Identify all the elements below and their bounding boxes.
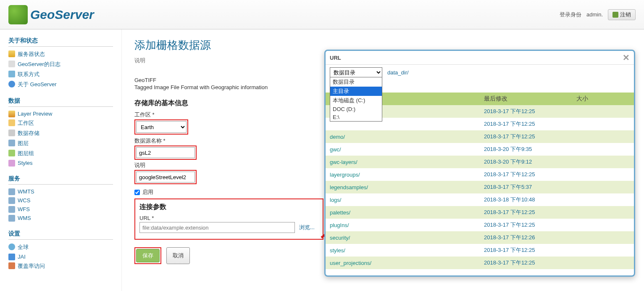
- table-row[interactable]: gwc/2018-3-20 下午9:35: [326, 143, 634, 156]
- sidebar-item-styles[interactable]: Styles: [8, 159, 113, 167]
- workspace-select[interactable]: Earth: [136, 121, 187, 133]
- dir-option-e[interactable]: E:\: [330, 113, 382, 121]
- table-row[interactable]: logs/2018-3-18 下午10:48: [326, 193, 634, 206]
- sidebar-item-workspaces[interactable]: 工作区: [8, 118, 113, 128]
- sidebar-item-wmts[interactable]: WMTS: [8, 187, 113, 196]
- file-date: 2018-3-17 下午12:25: [480, 105, 572, 118]
- sidebar-item-layer-preview[interactable]: Layer Preview: [8, 109, 113, 118]
- file-size: [572, 105, 634, 118]
- sidebar-item-server-status[interactable]: 服务器状态: [8, 49, 113, 59]
- table-row[interactable]: user_projections/2018-3-17 下午12:25: [326, 257, 634, 269]
- sidebar-item-about[interactable]: 关于 GeoServer: [8, 79, 113, 90]
- dir-option-c[interactable]: 本地磁盘 (C:): [330, 96, 382, 105]
- sidebar-item-stores[interactable]: 数据存储: [8, 128, 113, 138]
- file-link[interactable]: gwc/: [330, 146, 341, 153]
- file-date: 2018-3-17 下午12:25: [480, 130, 572, 143]
- logout-button[interactable]: 注销: [608, 9, 636, 20]
- file-link[interactable]: gwc-layers/: [330, 159, 357, 165]
- username: admin.: [586, 11, 603, 18]
- conn-section-title: 连接参数: [139, 203, 318, 212]
- datasource-highlight: [134, 146, 197, 160]
- table-row[interactable]: plugIns/2018-3-17 下午12:25: [326, 219, 634, 231]
- datasource-name-input[interactable]: [136, 147, 195, 158]
- login-label: 登录身份: [560, 11, 581, 19]
- file-date: 2018-3-18 下午10:48: [480, 193, 572, 206]
- info-icon: [8, 81, 15, 87]
- file-link[interactable]: palettes/: [330, 209, 350, 216]
- file-browser-dialog: URL ✕ 数据目录 数据目录 主目录 本地磁盘 (C:) DOC (D:) E…: [324, 50, 635, 277]
- file-link[interactable]: logs/: [330, 197, 341, 203]
- desc-input[interactable]: [136, 172, 195, 183]
- breadcrumb[interactable]: data_dir/: [387, 69, 409, 76]
- table-row[interactable]: gwc-layers/2018-3-20 下午9:12: [326, 156, 634, 168]
- sidebar-item-wms[interactable]: WMS: [8, 214, 113, 222]
- file-size: [572, 168, 634, 181]
- sidebar-item-layer-groups[interactable]: 图层组: [8, 148, 113, 159]
- desc-highlight: [134, 170, 197, 184]
- dir-option-data[interactable]: 数据目录: [330, 77, 382, 87]
- file-link[interactable]: styles/: [330, 247, 345, 254]
- file-date: 2018-3-17 下午12:25: [480, 206, 572, 219]
- directory-select[interactable]: 数据目录: [330, 67, 382, 77]
- header: GeoServer 登录身份 admin. 注销: [0, 0, 644, 29]
- file-link[interactable]: security/: [330, 235, 350, 241]
- browse-link[interactable]: 浏览...: [299, 224, 315, 231]
- file-size: [572, 257, 634, 269]
- table-row[interactable]: security/2018-3-17 下午12:26: [326, 231, 634, 244]
- file-link[interactable]: demo/: [330, 134, 345, 140]
- service-icon: [8, 215, 15, 222]
- contact-icon: [8, 71, 15, 77]
- sidebar: 关于和状态 服务器状态 GeoServer的日志 联系方式 关于 GeoServ…: [0, 29, 122, 291]
- sidebar-item-logs[interactable]: GeoServer的日志: [8, 59, 113, 69]
- file-size: [572, 206, 634, 219]
- url-input[interactable]: [139, 222, 295, 233]
- sidebar-services-title: 服务: [8, 175, 113, 185]
- file-date: 2018-3-20 下午9:12: [480, 156, 572, 168]
- file-size: [572, 181, 634, 193]
- file-link[interactable]: plugIns/: [330, 222, 349, 228]
- file-date: 2018-3-17 下午12:25: [480, 257, 572, 269]
- table-row[interactable]: legendsamples/2018-3-17 下午5:37: [326, 181, 634, 193]
- close-icon[interactable]: ✕: [623, 53, 630, 62]
- folder-icon: [8, 119, 15, 126]
- service-icon: [8, 197, 15, 204]
- logo[interactable]: GeoServer: [8, 5, 94, 24]
- file-link[interactable]: user_projections/: [330, 260, 371, 266]
- layers-icon: [8, 140, 15, 146]
- file-size: [572, 244, 634, 257]
- file-date: 2018-3-20 下午9:35: [480, 143, 572, 156]
- logo-text: GeoServer: [30, 8, 94, 22]
- sidebar-item-global[interactable]: 全球: [8, 242, 113, 252]
- save-highlight: 保存: [134, 247, 161, 264]
- sidebar-item-wfs[interactable]: WFS: [8, 205, 113, 214]
- sidebar-item-coverage[interactable]: 覆盖率访问: [8, 261, 113, 271]
- file-size: [572, 130, 634, 143]
- layer-group-icon: [8, 150, 15, 156]
- file-date: 2018-3-17 下午12:25: [480, 168, 572, 181]
- file-size: [572, 193, 634, 206]
- table-row[interactable]: demo/2018-3-17 下午12:25: [326, 130, 634, 143]
- table-row[interactable]: layergroups/2018-3-17 下午12:25: [326, 168, 634, 181]
- dir-option-home[interactable]: 主目录: [330, 87, 382, 96]
- col-size[interactable]: 大小: [572, 93, 634, 105]
- cancel-button[interactable]: 取消: [166, 247, 190, 264]
- globe-small-icon: [8, 243, 15, 250]
- url-label: URL *: [139, 215, 318, 221]
- save-button[interactable]: 保存: [136, 249, 160, 262]
- directory-dropdown: 数据目录 主目录 本地磁盘 (C:) DOC (D:) E:\: [330, 77, 382, 122]
- globe-icon: [8, 5, 28, 24]
- file-link[interactable]: legendsamples/: [330, 184, 368, 190]
- enable-checkbox[interactable]: [134, 190, 140, 195]
- file-link[interactable]: layergroups/: [330, 172, 360, 178]
- col-modified[interactable]: 最后修改: [480, 93, 572, 105]
- sidebar-item-wcs[interactable]: WCS: [8, 196, 113, 205]
- file-size: [572, 231, 634, 244]
- table-row[interactable]: palettes/2018-3-17 下午12:25: [326, 206, 634, 219]
- store-icon: [8, 130, 15, 136]
- sidebar-item-layers[interactable]: 图层: [8, 138, 113, 148]
- dir-option-d[interactable]: DOC (D:): [330, 105, 382, 113]
- table-row[interactable]: styles/2018-3-17 下午12:25: [326, 244, 634, 257]
- sidebar-item-contact[interactable]: 联系方式: [8, 69, 113, 79]
- log-icon: [8, 61, 15, 67]
- sidebar-item-jai[interactable]: JAI: [8, 252, 113, 261]
